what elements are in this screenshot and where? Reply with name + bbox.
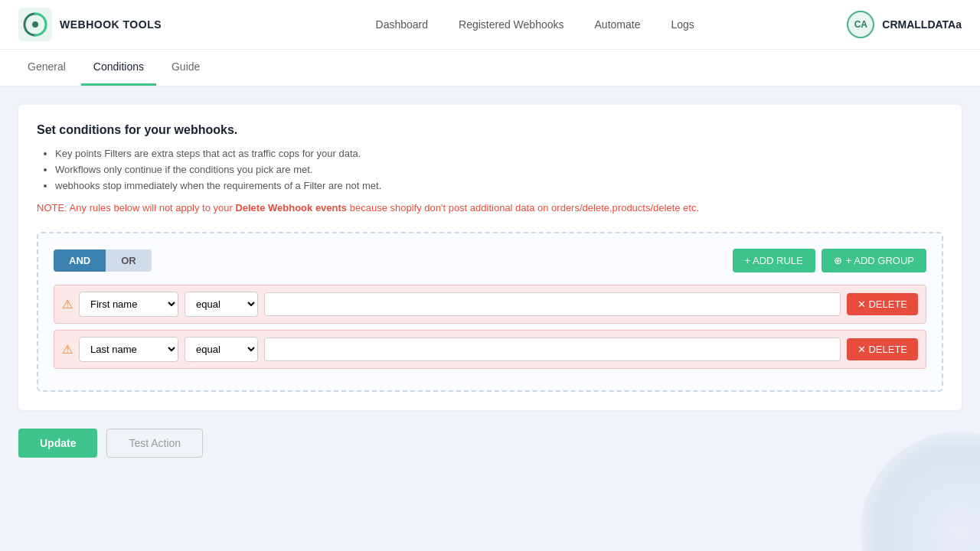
rule-row: ⚠ Last name First name Email equal not e… [54, 330, 926, 369]
rule-operator-select-2[interactable]: equal not equal contains [185, 337, 258, 362]
main-content: Set conditions for your webhooks. Key po… [0, 86, 980, 476]
actions-group: + ADD RULE ⊕ + ADD GROUP [733, 249, 926, 272]
add-group-label: + ADD GROUP [846, 255, 914, 266]
add-rule-button[interactable]: + ADD RULE [733, 249, 815, 272]
bullet-list: Key points Filters are extra steps that … [37, 148, 943, 191]
test-action-button[interactable]: Test Action [106, 429, 203, 458]
note-text: NOTE: Any rules below will not apply to … [37, 202, 943, 214]
tabs-bar: General Conditions Guide [0, 50, 980, 86]
main-nav: Dashboard Registered Webhooks Automate L… [223, 18, 847, 31]
section-title: Set conditions for your webhooks. [37, 123, 943, 137]
delete-button-1[interactable]: ✕ DELETE [847, 293, 918, 315]
nav-logs[interactable]: Logs [671, 18, 694, 31]
warning-icon: ⚠ [62, 297, 73, 311]
tab-guide[interactable]: Guide [159, 50, 212, 86]
username: CRMALLDATAa [882, 18, 962, 31]
conditions-header: AND OR + ADD RULE ⊕ + ADD GROUP [54, 249, 926, 272]
add-group-button[interactable]: ⊕ + ADD GROUP [822, 249, 926, 272]
rule-row: ⚠ First name Last name Email equal not e… [54, 285, 926, 324]
or-button[interactable]: OR [106, 249, 152, 272]
warning-icon: ⚠ [62, 342, 73, 357]
tab-conditions[interactable]: Conditions [81, 50, 156, 86]
note-suffix: because shopify don't post additional da… [347, 202, 699, 214]
avatar: CA [847, 11, 874, 38]
delete-button-2[interactable]: ✕ DELETE [847, 338, 918, 360]
bullet-1: Key points Filters are extra steps that … [55, 148, 943, 159]
and-button[interactable]: AND [54, 249, 106, 272]
nav-dashboard[interactable]: Dashboard [376, 18, 429, 31]
conditions-box: AND OR + ADD RULE ⊕ + ADD GROUP ⚠ First … [37, 232, 943, 392]
header: WEBHOOK TOOLS Dashboard Registered Webho… [0, 0, 980, 50]
update-button[interactable]: Update [18, 429, 97, 458]
logo-icon [18, 8, 52, 41]
bullet-3: webhooks stop immediately when the requi… [55, 180, 943, 191]
rule-value-input-1[interactable] [264, 292, 841, 316]
rule-operator-select-1[interactable]: equal not equal contains [185, 292, 258, 317]
rule-field-select-2[interactable]: Last name First name Email [79, 337, 178, 362]
add-group-icon: ⊕ [834, 255, 842, 266]
bottom-actions: Update Test Action [18, 429, 962, 458]
rule-value-input-2[interactable] [264, 337, 841, 361]
and-or-group: AND OR [54, 249, 152, 272]
rule-field-select-1[interactable]: First name Last name Email [79, 292, 178, 317]
svg-point-1 [32, 21, 38, 28]
user-area: CA CRMALLDATAa [847, 11, 962, 38]
nav-registered-webhooks[interactable]: Registered Webhooks [459, 18, 564, 31]
content-card: Set conditions for your webhooks. Key po… [18, 105, 962, 410]
logo-area: WEBHOOK TOOLS [18, 8, 162, 41]
logo-text: WEBHOOK TOOLS [60, 18, 162, 31]
note-link: Delete Webhook events [235, 202, 347, 214]
note-prefix: NOTE: Any rules below will not apply to … [37, 202, 235, 214]
nav-automate[interactable]: Automate [595, 18, 641, 31]
bullet-2: Workflows only continue if the condition… [55, 164, 943, 175]
tab-general[interactable]: General [15, 50, 78, 86]
